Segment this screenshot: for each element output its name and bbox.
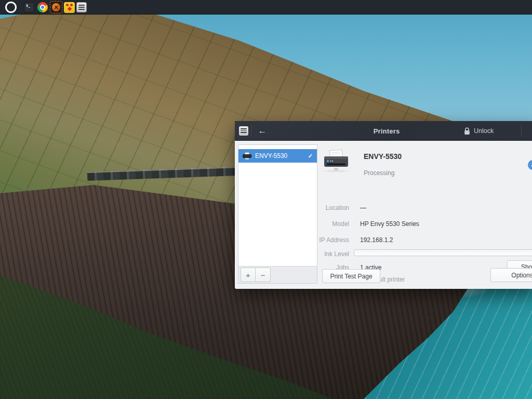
remove-printer-button[interactable]: − (256, 268, 271, 282)
printer-details-pane: ENVY-5530 Processing ✓ Location — Model … (318, 141, 532, 289)
print-test-page-button[interactable]: Print Test Page (322, 269, 380, 283)
header-separator (251, 125, 251, 137)
options-button[interactable]: Options (490, 268, 532, 282)
printer-list-item[interactable]: ENVY-5530 ✓ (238, 149, 317, 163)
model-value: HP Envy 5530 Series (360, 220, 419, 228)
printers-window: ← Printers Unlock ENVY-5530 ✓ + (235, 121, 532, 289)
headerbar: ← Printers Unlock (235, 121, 532, 141)
yellow-app-icon[interactable] (64, 2, 75, 13)
top-bar: $_ ✕ (0, 0, 532, 15)
location-row: Location — (318, 204, 532, 212)
location-value: — (360, 204, 366, 211)
activities-ring-icon[interactable] (5, 2, 17, 13)
ip-address-value: 192.168.1.2 (360, 236, 393, 244)
printer-name: ENVY-5530 (364, 152, 402, 161)
x-app-glyph: ✕ (52, 3, 60, 11)
ink-level-label: Ink Level (287, 250, 349, 258)
x-app-icon[interactable]: ✕ (50, 2, 62, 13)
chrome-icon[interactable] (37, 2, 48, 12)
location-label: Location (287, 204, 349, 211)
printer-status: Processing (364, 169, 394, 177)
printer-list-item-label: ENVY-5530 (255, 152, 304, 159)
printer-list-sidebar: ENVY-5530 ✓ + − (238, 144, 317, 284)
unlock-label: Unlock (474, 127, 494, 135)
printer-image-icon (322, 149, 350, 178)
ink-level-row: Ink Level (318, 250, 532, 259)
ink-level-bar (354, 249, 532, 256)
back-button[interactable]: ← (256, 124, 269, 138)
add-printer-button[interactable]: + (241, 268, 256, 282)
model-label: Model (287, 220, 349, 228)
ip-address-label: IP Address (287, 236, 349, 244)
default-check-emblem[interactable]: ✓ (528, 160, 532, 170)
unlock-button[interactable]: Unlock (464, 125, 494, 137)
printer-icon (239, 126, 248, 136)
ip-address-row: IP Address 192.168.1.2 (318, 236, 532, 245)
desktop: $_ ✕ ← Printers Unlock (0, 0, 532, 399)
printer-app-icon[interactable] (76, 2, 87, 12)
model-row: Model HP Envy 5530 Series (318, 220, 532, 229)
selected-check-icon: ✓ (308, 153, 313, 159)
header-separator (521, 125, 522, 137)
terminal-icon[interactable]: $_ (24, 2, 34, 12)
printer-icon (243, 152, 251, 159)
lock-icon (464, 127, 470, 135)
